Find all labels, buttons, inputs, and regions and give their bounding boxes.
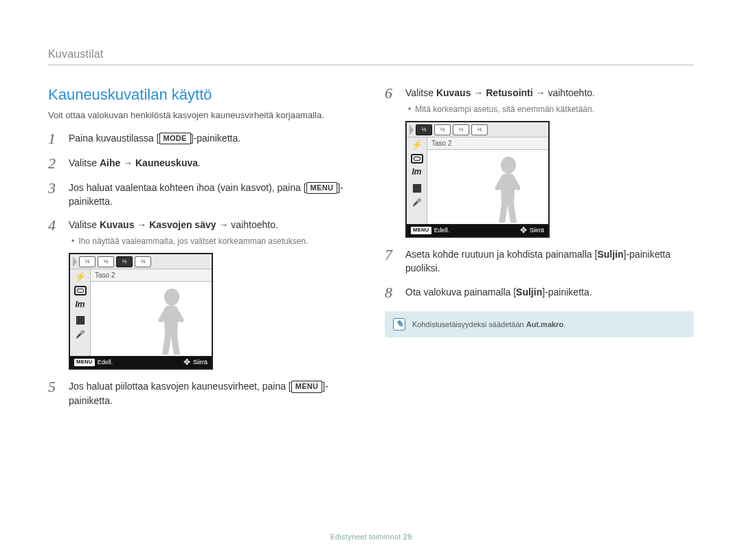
right-column: 6 Valitse Kuvaus → Retusointi → vaihtoeh… — [385, 86, 694, 417]
step-2: 2 Valitse Aihe → Kauneuskuva. — [48, 156, 357, 171]
level-chip: ½ — [434, 124, 451, 135]
step-text: → vaihtoehto. — [533, 87, 595, 98]
step-3: 3 Jos haluat vaalentaa kohteen ihoa (vai… — [48, 181, 357, 209]
menu-path-part: Kuvaus — [436, 87, 471, 98]
page-title: Kauneuskuvatilan käyttö — [48, 86, 357, 104]
nav-cross-icon — [520, 225, 527, 236]
focus-icon — [411, 154, 423, 164]
step-text: . — [198, 157, 201, 168]
note-icon: ✎ — [393, 318, 405, 331]
camera-screen: ½ ½ ½ ½ Im — [405, 121, 550, 238]
step-5: 5 Jos haluat piilottaa kasvojen kauneusv… — [48, 379, 357, 407]
lcd-viewfinder: Taso 2 — [427, 137, 548, 224]
voice-off-icon — [73, 328, 88, 341]
lcd-sidebar: Im — [407, 137, 427, 224]
level-chip-selected: ½ — [116, 256, 133, 267]
step-number: 6 — [385, 86, 398, 101]
level-chip: ½ — [79, 256, 95, 267]
grid-icon — [73, 313, 88, 326]
step-number: 4 — [48, 218, 62, 233]
step-number: 1 — [48, 131, 62, 146]
step-4: 4 Valitse Kuvaus → Kasvojen sävy → vaiht… — [48, 218, 357, 370]
info-note: ✎ Kohdistusetäisyydeksi säädetään Aut.ma… — [385, 311, 694, 337]
move-label: Siirrä — [530, 226, 544, 235]
step-text: ]-painiketta. — [191, 133, 240, 144]
menu-path-part: Kauneuskuva — [135, 157, 198, 168]
level-chip: ½ — [453, 124, 469, 135]
person-silhouette-icon — [481, 150, 536, 224]
step-6: 6 Valitse Kuvaus → Retusointi → vaihtoeh… — [385, 86, 694, 238]
selected-level-label: Taso 2 — [427, 137, 548, 150]
lcd-bottombar: MENUEdell. Siirrä — [407, 224, 548, 236]
back-label: Edell. — [434, 226, 450, 235]
mode-key: MODE — [159, 133, 191, 145]
step-text: Ota valokuva painamalla [ — [405, 287, 516, 298]
im-icon: Im — [409, 166, 425, 179]
step-subtext: Mitä korkeampi asetus, sitä enemmän kätk… — [405, 104, 694, 115]
camera-screen: ½ ½ ½ ½ Im — [69, 253, 213, 370]
menu-path-part: Aihe — [100, 157, 120, 168]
breadcrumb: Kuvaustilat — [48, 48, 694, 65]
step-1: 1 Paina kuvaustilassa [MODE]-painiketta. — [48, 131, 357, 146]
step-number: 2 — [48, 156, 62, 171]
im-icon: Im — [73, 298, 88, 311]
menu-key: MENU — [306, 182, 338, 194]
nav-cross-icon — [183, 357, 190, 368]
level-chip: ½ — [98, 256, 114, 267]
step-number: 7 — [385, 247, 398, 262]
page-footer: Edistyneet toiminnot 29 — [0, 533, 742, 541]
step-text: Jos haluat piilottaa kasvojen kauneusvir… — [69, 381, 291, 392]
corner-wedge-icon — [73, 256, 77, 267]
arrow: → — [134, 219, 149, 230]
step-text: Valitse — [405, 87, 436, 98]
left-column: Kauneuskuvatilan käyttö Voit ottaa valok… — [48, 86, 357, 417]
corner-wedge-icon — [409, 124, 414, 135]
step-text: → vaihtoehto. — [216, 219, 278, 230]
step-number: 8 — [385, 285, 398, 300]
person-silhouette-icon — [144, 282, 199, 356]
flash-icon — [409, 139, 425, 151]
step-subtext: Iho näyttää vaaleammalta, jos valitset k… — [69, 236, 357, 247]
lcd-viewfinder: Taso 2 — [91, 269, 212, 356]
step-text: Jos haluat vaalentaa kohteen ihoa (vain … — [69, 182, 306, 193]
grid-icon — [409, 181, 425, 194]
lcd-topbar: ½ ½ ½ ½ — [70, 254, 212, 269]
back-label: Edell. — [98, 358, 113, 367]
shutter-label: Suljin — [516, 287, 542, 298]
flash-icon — [73, 271, 88, 283]
footer-section: Edistyneet toiminnot — [330, 533, 401, 541]
menu-path-part: Retusointi — [486, 87, 532, 98]
move-label: Siirrä — [193, 358, 207, 367]
lcd-sidebar: Im — [70, 269, 91, 356]
lcd-bottombar: MENUEdell. Siirrä — [70, 356, 212, 368]
step-7: 7 Aseta kohde ruutuun ja kohdista painam… — [385, 247, 694, 276]
lcd-topbar: ½ ½ ½ ½ — [407, 122, 548, 137]
intro-text: Voit ottaa valokuvan henkilöstä kasvojen… — [48, 109, 357, 122]
menu-path-part: Kasvojen sävy — [149, 219, 216, 230]
level-chip-selected: ½ — [416, 124, 432, 135]
arrow: → — [120, 157, 135, 168]
note-text: Kohdistusetäisyydeksi säädetään Aut.makr… — [412, 320, 565, 328]
selected-level-label: Taso 2 — [91, 269, 212, 282]
page-number: 29 — [403, 533, 412, 541]
menu-path-part: Kuvaus — [100, 219, 135, 230]
focus-icon — [74, 286, 87, 295]
menu-key: MENU — [291, 381, 323, 393]
level-chip: ½ — [471, 124, 488, 135]
menu-pill-icon: MENU — [74, 359, 95, 366]
step-number: 3 — [48, 181, 62, 196]
step-text: Valitse — [69, 157, 100, 168]
voice-off-icon — [409, 197, 425, 209]
menu-pill-icon: MENU — [411, 227, 431, 234]
step-text: Valitse — [69, 219, 100, 230]
step-text: ]-painiketta. — [542, 287, 592, 298]
shutter-label: Suljin — [597, 249, 623, 260]
step-number: 5 — [48, 379, 62, 394]
step-8: 8 Ota valokuva painamalla [Suljin]-paini… — [385, 285, 694, 300]
arrow: → — [471, 87, 486, 98]
step-text: Aseta kohde ruutuun ja kohdista painamal… — [405, 249, 597, 260]
step-text: Paina kuvaustilassa [ — [69, 133, 159, 144]
level-chip: ½ — [135, 256, 151, 267]
